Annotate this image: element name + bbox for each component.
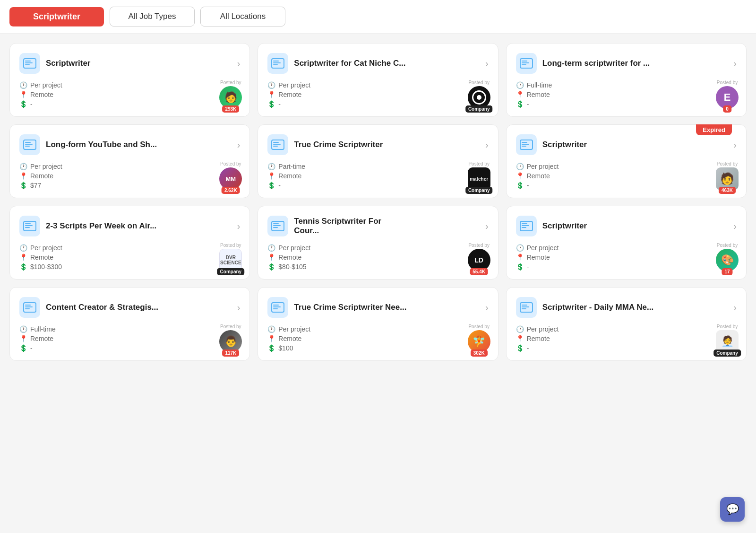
clock-icon: 🕐 — [19, 81, 27, 89]
job-location: Remote — [278, 172, 301, 180]
job-type: Per project — [527, 325, 559, 333]
jobs-grid: Scriptwriter › 🕐 Per project 📍 Remote 💲 … — [0, 34, 756, 370]
job-card[interactable]: True Crime Scriptwriter › 🕐 Part-time 📍 … — [258, 124, 498, 198]
job-card[interactable]: Content Creator & Strategis... › 🕐 Full-… — [9, 287, 250, 361]
job-card[interactable]: Long-term scriptwriter for ... › 🕐 Full-… — [506, 43, 747, 117]
job-type: Per project — [527, 163, 559, 170]
filter-job-types[interactable]: All Job Types — [110, 7, 195, 26]
card-header-left: Content Creator & Strategis... — [19, 297, 158, 318]
view-count: Company — [713, 350, 741, 357]
card-meta: 🕐 Full-time 📍 Remote 💲 - — [19, 325, 240, 352]
salary-icon: 💲 — [516, 263, 524, 271]
svg-rect-29 — [273, 223, 279, 224]
job-type: Per project — [30, 163, 62, 170]
meta-type: 🕐 Per project — [19, 81, 240, 89]
svg-rect-46 — [522, 306, 529, 307]
clock-icon: 🕐 — [516, 244, 524, 252]
meta-location: 📍 Remote — [516, 91, 737, 98]
meta-location: 📍 Remote — [267, 335, 488, 342]
posted-by-label: Posted by — [468, 80, 489, 85]
job-title: Scriptwriter — [542, 140, 587, 149]
meta-type: 🕐 Per project — [19, 244, 240, 252]
posted-by-block: Posted by 🧑 463K — [716, 161, 739, 190]
meta-salary: 💲 - — [516, 100, 737, 108]
job-type: Full-time — [527, 81, 552, 89]
posted-by-label: Posted by — [220, 324, 241, 329]
chevron-icon: › — [485, 140, 489, 150]
chevron-icon: › — [733, 140, 737, 150]
card-header: Scriptwriter › — [19, 53, 240, 74]
job-salary: - — [527, 182, 529, 189]
svg-rect-10 — [522, 62, 529, 63]
card-meta: 🕐 Part-time 📍 Remote 💲 - — [267, 163, 488, 189]
svg-rect-9 — [522, 61, 527, 61]
job-card[interactable]: Long-form YouTube and Sh... › 🕐 Per proj… — [9, 124, 250, 198]
job-type: Per project — [30, 244, 62, 252]
job-card[interactable]: 2-3 Scripts Per Week on Air... › 🕐 Per p… — [9, 206, 250, 280]
location-icon: 📍 — [19, 172, 27, 180]
card-header: True Crime Scriptwriter › — [267, 134, 488, 155]
job-icon — [516, 53, 537, 74]
clock-icon: 🕐 — [19, 244, 27, 252]
meta-location: 📍 Remote — [267, 91, 488, 98]
meta-salary: 💲 - — [516, 182, 737, 189]
job-title: Long-term scriptwriter for ... — [542, 59, 650, 68]
job-icon — [267, 53, 288, 74]
salary-icon: 💲 — [267, 263, 275, 271]
filter-locations[interactable]: All Locations — [200, 7, 285, 26]
job-card[interactable]: Scriptwriter › 🕐 Per project 📍 Remote 💲 … — [9, 43, 250, 117]
meta-type: 🕐 Per project — [516, 325, 737, 333]
card-header: Scriptwriter for Cat Niche C... › — [267, 53, 488, 74]
job-card[interactable]: Scriptwriter › 🕐 Per project 📍 Remote 💲 … — [506, 206, 747, 280]
svg-rect-25 — [25, 223, 31, 224]
job-title: True Crime Scriptwriter — [294, 140, 383, 149]
job-icon — [19, 53, 40, 74]
salary-icon: 💲 — [19, 182, 27, 189]
svg-rect-11 — [522, 64, 526, 65]
job-icon — [19, 297, 40, 318]
avatar: DVRSCIENCE Company — [219, 249, 242, 271]
job-location: Remote — [527, 335, 550, 342]
clock-icon: 🕐 — [267, 163, 275, 170]
job-salary: - — [527, 263, 529, 271]
meta-salary: 💲 - — [19, 100, 240, 108]
job-salary: - — [278, 182, 281, 189]
posted-by-block: Posted by LD 55.4K — [468, 243, 490, 271]
chevron-icon: › — [733, 221, 737, 232]
meta-salary: 💲 $77 — [19, 182, 240, 189]
card-header: 2-3 Scripts Per Week on Air... › — [19, 216, 240, 236]
view-count: 0 — [723, 105, 731, 113]
svg-rect-17 — [273, 142, 279, 143]
view-count: Company — [465, 187, 493, 194]
posted-by-label: Posted by — [717, 161, 738, 166]
meta-location: 📍 Remote — [516, 253, 737, 261]
salary-icon: 💲 — [516, 182, 524, 189]
meta-salary: 💲 - — [516, 263, 737, 271]
clock-icon: 🕐 — [267, 325, 275, 333]
chevron-icon: › — [485, 302, 489, 313]
chevron-icon: › — [733, 302, 737, 313]
meta-salary: 💲 - — [267, 182, 488, 189]
job-card[interactable]: Expired Scriptwriter › — [506, 124, 747, 198]
job-location: Remote — [30, 91, 53, 98]
svg-rect-31 — [273, 227, 278, 228]
svg-rect-38 — [25, 306, 33, 307]
location-icon: 📍 — [19, 91, 27, 98]
job-title: Scriptwriter - Daily MMA Ne... — [542, 303, 654, 312]
svg-rect-1 — [25, 61, 31, 61]
posted-by-block: Posted by 🧑 293K — [219, 80, 242, 109]
location-icon: 📍 — [516, 335, 524, 342]
job-card[interactable]: True Crime Scriptwriter Nee... › 🕐 Per p… — [258, 287, 498, 361]
job-card[interactable]: Scriptwriter for Cat Niche C... › 🕐 Per … — [258, 43, 498, 117]
svg-rect-2 — [25, 62, 33, 63]
job-card[interactable]: Scriptwriter - Daily MMA Ne... › 🕐 Per p… — [506, 287, 747, 361]
job-title: True Crime Scriptwriter Nee... — [294, 303, 406, 312]
svg-rect-23 — [522, 146, 526, 147]
filter-scriptwriter[interactable]: Scriptwriter — [9, 7, 104, 26]
view-count: 302K — [471, 350, 488, 357]
job-card[interactable]: Tennis Scriptwriter For Cour... › 🕐 Per … — [258, 206, 498, 280]
filter-bar: Scriptwriter All Job Types All Locations — [0, 0, 756, 34]
meta-location: 📍 Remote — [267, 172, 488, 180]
salary-icon: 💲 — [516, 344, 524, 352]
card-meta: 🕐 Per project 📍 Remote 💲 - — [19, 81, 240, 108]
